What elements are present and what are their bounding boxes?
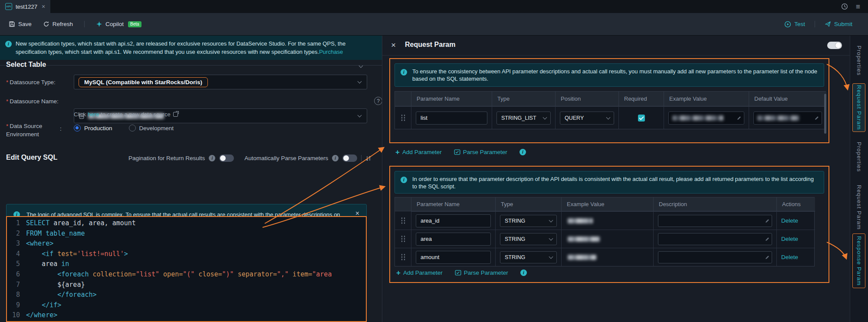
- tab-test1227[interactable]: API test1227 ×: [0, 0, 50, 13]
- info-icon: i: [401, 69, 407, 76]
- purchase-link[interactable]: Purchase: [319, 49, 343, 55]
- create-datasource-link[interactable]: here: [88, 111, 99, 118]
- col-default-value: Default Value: [749, 92, 826, 106]
- save-icon: [9, 21, 15, 27]
- drag-handle[interactable]: [401, 253, 406, 261]
- toolbar-divider: [84, 21, 85, 27]
- response-type-select[interactable]: STRING: [500, 251, 557, 263]
- menu-icon[interactable]: ≡: [856, 3, 860, 10]
- drag-handle[interactable]: [401, 235, 406, 243]
- response-name-input[interactable]: [416, 214, 491, 227]
- response-notice-text: In order to ensure that the parameter de…: [412, 176, 814, 190]
- chevron-down-icon: [549, 218, 553, 222]
- col-description: Description: [654, 197, 777, 211]
- autoparse-toggle[interactable]: [342, 154, 357, 162]
- submit-icon: [825, 21, 831, 27]
- collapse-chevron-icon[interactable]: [359, 64, 363, 68]
- refresh-button[interactable]: Refresh: [43, 21, 73, 27]
- info-icon: i: [5, 41, 12, 47]
- description-input[interactable]: [658, 215, 772, 227]
- radio-production[interactable]: Production: [74, 125, 112, 131]
- tab-request-param-1[interactable]: Request Param: [852, 83, 865, 132]
- response-param-notice: i In order to ensure that the parameter …: [395, 171, 824, 194]
- delete-button[interactable]: Delete: [781, 236, 798, 242]
- example-value-redacted: [672, 115, 723, 121]
- panel-header: × Request Param: [382, 36, 850, 56]
- example-value-field[interactable]: [668, 112, 744, 125]
- autoparse-label: Automatically Parse Parameters: [244, 155, 328, 161]
- drag-handle[interactable]: [401, 114, 406, 122]
- help-icon[interactable]: ?: [374, 97, 382, 105]
- pagination-info-icon[interactable]: i: [209, 155, 215, 161]
- datasource-type-label: *Datasource Type:: [6, 75, 56, 89]
- response-type-select[interactable]: STRING: [500, 215, 557, 227]
- drag-handle[interactable]: [401, 217, 406, 224]
- submit-button[interactable]: Submit: [825, 21, 852, 27]
- param-type-select[interactable]: STRING_LIST: [496, 112, 551, 125]
- editor-tab-bar: API test1227 × ≡: [0, 0, 868, 13]
- table-row-handle-cell: [395, 106, 411, 129]
- scrollbar[interactable]: [824, 94, 826, 134]
- add-parameter-button[interactable]: +Add Parameter: [395, 148, 442, 156]
- radio-development[interactable]: Development: [129, 125, 174, 131]
- create-datasource-helper: Clickhereto create a new data source: [74, 111, 178, 118]
- chevron-down-icon: [358, 113, 362, 118]
- env-colon: :: [60, 125, 62, 132]
- response-name-input[interactable]: [416, 251, 491, 264]
- description-input[interactable]: [658, 233, 772, 245]
- tab-response-param[interactable]: Response Param: [852, 233, 865, 288]
- col-type: Type: [492, 92, 556, 106]
- env-radio-group: Production Development: [74, 125, 174, 131]
- sql-editor[interactable]: 1SELECT area_id, area, amount2FROM table…: [6, 216, 367, 322]
- param-position-select[interactable]: QUERY: [560, 112, 614, 125]
- example-value-redacted: [568, 255, 596, 260]
- response-type-select[interactable]: STRING: [500, 233, 557, 245]
- param-name-input[interactable]: [416, 112, 487, 125]
- tab-close-icon[interactable]: ×: [42, 3, 45, 10]
- parse-info-icon[interactable]: i: [520, 269, 527, 276]
- test-button[interactable]: Test: [784, 21, 805, 28]
- request-notice-text: To ensure the consistency between API pa…: [412, 68, 817, 82]
- parse-parameter-button[interactable]: Parse Parameter: [455, 269, 508, 276]
- right-tab-strip: Properties Request Param Properties Requ…: [850, 36, 868, 322]
- format-sql-icon[interactable]: [365, 155, 372, 161]
- response-name-input[interactable]: [416, 233, 491, 246]
- add-parameter-button[interactable]: +Add Parameter: [396, 269, 443, 276]
- sql-code: 1SELECT area_id, area, amount2FROM table…: [7, 218, 366, 321]
- datasource-type-select[interactable]: MySQL (Compatible with StarRocks/Doris): [74, 75, 367, 89]
- panel-close-icon[interactable]: ×: [391, 41, 396, 49]
- request-param-section: i To ensure the consistency between API …: [389, 58, 829, 143]
- tab-request-param-2[interactable]: Request Param: [852, 183, 865, 232]
- required-checkbox[interactable]: [638, 115, 645, 122]
- parse-info-icon[interactable]: i: [519, 149, 526, 155]
- api-file-icon: API: [5, 3, 12, 10]
- parse-parameter-button[interactable]: Parse Parameter: [454, 149, 507, 155]
- edit-query-sql-title: Edit Query SQL: [6, 154, 57, 161]
- description-field[interactable]: [658, 251, 772, 263]
- save-button[interactable]: Save: [9, 21, 32, 27]
- banner-line1: New specification types, which start wit…: [16, 40, 345, 47]
- external-link-icon: [173, 112, 178, 117]
- delete-button[interactable]: Delete: [781, 254, 798, 260]
- history-icon[interactable]: [841, 3, 848, 10]
- description-field[interactable]: [658, 215, 772, 227]
- tab-properties-2[interactable]: Properties: [852, 137, 865, 177]
- col-example-value: Example Value: [664, 92, 749, 106]
- edit-icon: [815, 116, 819, 120]
- autoparse-info-icon[interactable]: i: [332, 155, 339, 161]
- delete-button[interactable]: Delete: [781, 217, 798, 224]
- toolbar-divider: [815, 21, 815, 27]
- description-input[interactable]: [658, 251, 772, 263]
- copilot-button[interactable]: Copilot Beta: [96, 21, 141, 27]
- chevron-down-icon: [549, 236, 553, 240]
- description-field[interactable]: [658, 233, 772, 245]
- pagination-toggle[interactable]: [219, 154, 234, 162]
- select-table-title: Select Table: [6, 61, 46, 69]
- tab-properties-1[interactable]: Properties: [852, 41, 865, 81]
- datasource-name-label: *Datasource Name:: [6, 94, 59, 108]
- banner-text: New specification types, which start wit…: [16, 39, 375, 56]
- panel-toggle[interactable]: [827, 42, 842, 49]
- tab-title: test1227: [16, 3, 37, 10]
- col-example-value: Example Value: [562, 197, 654, 211]
- default-value-field[interactable]: [753, 112, 822, 125]
